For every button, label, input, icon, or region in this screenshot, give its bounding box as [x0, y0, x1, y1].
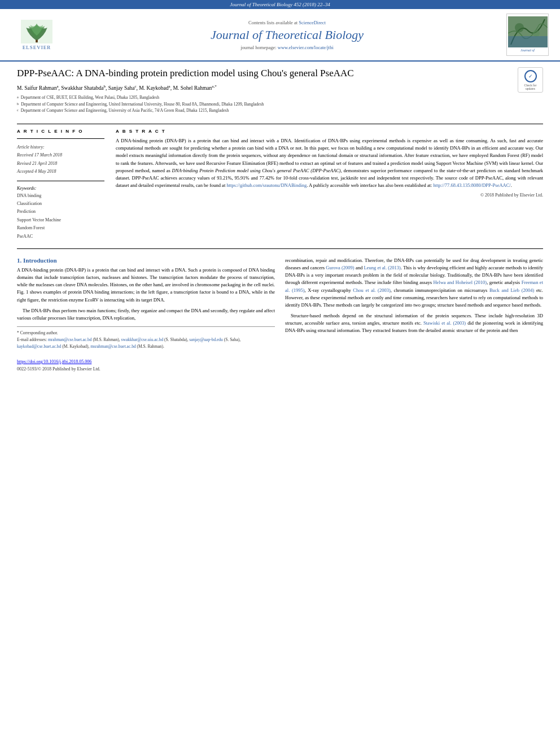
- email-link-swakkhar[interactable]: swakkhar@cse.uiu.ac.bd: [121, 337, 164, 342]
- received-date: Received 17 March 2018: [17, 151, 104, 159]
- check-circle-icon: ✓: [524, 70, 537, 82]
- email-link-rahman[interactable]: mrahman@cse.buet.ac.bd: [48, 337, 92, 342]
- keywords-label: Keywords:: [17, 186, 104, 191]
- affiliation-a: a Department of CSE, BUET, ECE Building,…: [17, 94, 512, 101]
- section-divider: [17, 248, 543, 249]
- web-interface-link[interactable]: http://77.68.43.135:8080/DPP-PseAAC/: [434, 182, 511, 188]
- right-column-text: recombination, repair and modification. …: [285, 257, 543, 335]
- contents-available-text: Contents lists available at ScienceDirec…: [68, 20, 506, 25]
- body-left-column: 1. Introduction A DNA-binding protein (D…: [17, 257, 275, 350]
- elsevier-tree-icon: [20, 20, 54, 43]
- check-updates-label: Check forupdates: [524, 84, 537, 90]
- abstract-column: A B S T R A C T A DNA-binding protein (D…: [116, 129, 543, 241]
- email-addresses-block: E-mail addresses: mrahman@cse.buet.ac.bd…: [17, 337, 275, 350]
- cover-art: [508, 16, 548, 47]
- footnotes-block: * Corresponding author. E-mail addresses…: [17, 326, 275, 350]
- abstract-header: A B S T R A C T: [116, 129, 543, 134]
- abstract-text: A DNA-binding protein (DNA-BP) is a prot…: [116, 137, 543, 189]
- email-link-msrahman[interactable]: msrahman@cse.buet.ac.bd: [90, 344, 135, 349]
- affiliation-c: c Department of Computer Science and Eng…: [17, 107, 512, 113]
- info-divider-top: [17, 138, 104, 139]
- gurova-ref[interactable]: Gurova (2009): [326, 265, 354, 270]
- cover-image: [508, 16, 548, 47]
- article-info-header: A R T I C L E I N F O: [17, 129, 104, 134]
- main-body: 1. Introduction A DNA-binding protein (D…: [0, 251, 560, 356]
- doi-link[interactable]: https://doi.org/10.1016/j.jtbi.2018.05.0…: [17, 359, 91, 364]
- keywords-list: DNA binding Classification Prediction Su…: [17, 192, 104, 241]
- keywords-block: Keywords: DNA binding Classification Pre…: [17, 186, 104, 241]
- sciencedirect-link[interactable]: ScienceDirect: [299, 20, 326, 25]
- chou-ref[interactable]: Chou et al. (2003): [353, 287, 390, 293]
- introduction-text: A DNA-binding protein (DNA-BP) is a prot…: [17, 267, 275, 322]
- svg-point-3: [515, 23, 524, 32]
- journal-thumbnail-box: Journal ofTheoreticalBiology: [506, 14, 549, 56]
- introduction-title: 1. Introduction: [17, 257, 275, 264]
- thumbnail-label-text: Journal ofTheoreticalBiology: [508, 47, 548, 53]
- elsevier-wordmark: ELSEVIER: [23, 45, 51, 50]
- svg-point-4: [533, 30, 540, 37]
- accepted-date: Accepted 4 May 2018: [17, 168, 104, 176]
- elsevier-logo-block: ELSEVIER: [11, 18, 68, 52]
- svg-rect-1: [36, 40, 38, 42]
- journal-header: ELSEVIER Contents lists available at Sci…: [0, 9, 560, 62]
- doi-section: https://doi.org/10.1016/j.jtbi.2018.05.0…: [0, 356, 560, 366]
- copyright-text: © 2018 Published by Elsevier Ltd.: [116, 193, 543, 198]
- email-link-kaykobad[interactable]: kaykobad@cse.buet.ac.bd: [17, 344, 61, 349]
- article-content: DPP-PseAAC: A DNA-binding protein predic…: [0, 62, 560, 246]
- right-para-2: Structure-based methods depend on the st…: [285, 312, 543, 335]
- body-right-column: recombination, repair and modification. …: [285, 257, 543, 350]
- article-header: DPP-PseAAC: A DNA-binding protein predic…: [17, 67, 543, 119]
- authors-line: M. Saifur Rahmana, Swakkhar Shatabdab, S…: [17, 84, 512, 91]
- paper-title: DPP-PseAAC: A DNA-binding protein predic…: [17, 67, 512, 80]
- affiliation-b: b Department of Computer Science and Eng…: [17, 101, 512, 107]
- stawiski-ref[interactable]: Stawiski et al. (2003): [423, 320, 466, 326]
- check-for-updates-badge[interactable]: ✓ Check forupdates: [518, 67, 543, 93]
- email-link-sanjay[interactable]: sanjay@uap-bd.edu: [189, 337, 223, 342]
- intro-para-2: The DNA-BPs thus perform two main functi…: [17, 307, 275, 322]
- issn-line: 0022-5193/© 2018 Published by Elsevier L…: [0, 366, 560, 375]
- right-para-1: recombination, repair and modification. …: [285, 257, 543, 309]
- info-divider-bottom: [17, 181, 104, 181]
- title-block: DPP-PseAAC: A DNA-binding protein predic…: [17, 67, 512, 119]
- journal-homepage-link[interactable]: www.elsevier.com/locate/jtbi: [278, 45, 334, 50]
- journal-citation-text: Journal of Theoretical Biology 452 (2018…: [230, 2, 330, 7]
- revised-date: Revised 21 April 2018: [17, 160, 104, 168]
- corresponding-author-note: * Corresponding author.: [17, 330, 275, 337]
- helwa-ref[interactable]: Helwa and Hoheisel (2010): [433, 279, 487, 285]
- github-link[interactable]: https://github.com/srautonu/DNABinding: [226, 182, 307, 188]
- journal-cover-thumbnail: Journal ofTheoreticalBiology: [508, 16, 548, 53]
- history-label: Article history:: [17, 143, 104, 151]
- article-info-column: A R T I C L E I N F O Article history: R…: [17, 129, 104, 241]
- intro-para-1: A DNA-binding protein (DNA-BP) is a prot…: [17, 267, 275, 304]
- leung-ref[interactable]: Leung et al. (2013): [364, 265, 400, 270]
- journal-title: Journal of Theoretical Biology: [68, 28, 506, 42]
- journal-citation-bar: Journal of Theoretical Biology 452 (2018…: [0, 0, 560, 9]
- svg-rect-5: [508, 36, 548, 47]
- header-divider: [17, 124, 543, 124]
- journal-homepage-line: journal homepage: www.elsevier.com/locat…: [68, 45, 506, 50]
- article-history-block: Article history: Received 17 March 2018 …: [17, 143, 104, 176]
- elsevier-logo: ELSEVIER: [11, 18, 62, 52]
- article-info-abstract: A R T I C L E I N F O Article history: R…: [17, 129, 543, 241]
- affiliations-block: a Department of CSE, BUET, ECE Building,…: [17, 94, 512, 113]
- journal-header-center: Contents lists available at ScienceDirec…: [68, 20, 506, 50]
- buck-ref[interactable]: Buck and Lieb (2004): [489, 287, 534, 293]
